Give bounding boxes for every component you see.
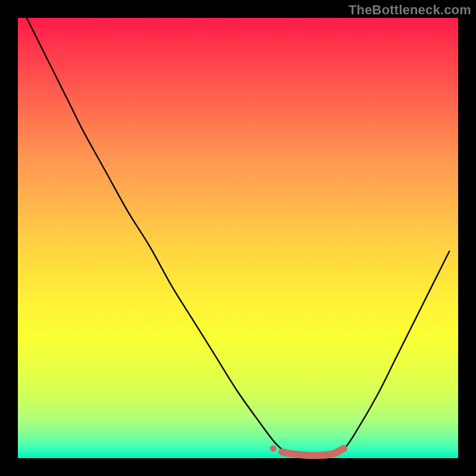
sweet-spot-markers [270, 445, 344, 455]
chart-frame: TheBottleneck.com [0, 0, 476, 476]
sweet-spot-start-dot [270, 445, 277, 452]
chart-svg [18, 18, 458, 458]
bottleneck-curve [27, 18, 449, 456]
watermark-text: TheBottleneck.com [349, 2, 471, 18]
sweet-spot-band [282, 449, 344, 456]
